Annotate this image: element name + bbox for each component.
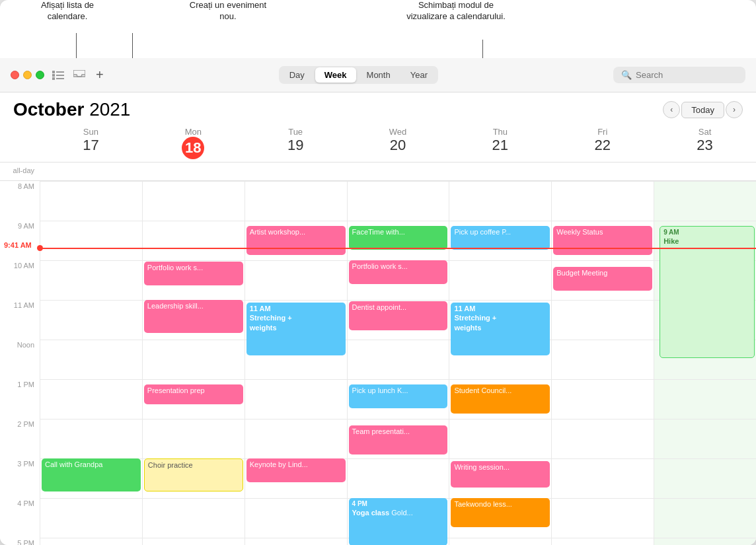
day-col-wed: FaceTime with... Portfolio work s... Den… — [347, 181, 449, 545]
event-stretching-thu[interactable]: 11 AM Stretching +weights — [451, 303, 550, 355]
calendar-main: October 2021 ‹ Today › Sun 17 Mon 18 Tue… — [0, 92, 756, 545]
annotation-area: Afișați lista de calendare. Creați un ev… — [0, 0, 756, 58]
event-artist-workshop[interactable]: Artist workshop... — [246, 226, 346, 255]
label-10am: 10 AM — [0, 260, 40, 300]
svg-rect-0 — [52, 71, 55, 73]
event-pickup-lunch[interactable]: Pick up lunch K... — [349, 384, 448, 408]
allday-row: all-day — [0, 163, 756, 181]
event-writing-session[interactable]: Writing session... — [451, 461, 550, 488]
search-input[interactable] — [636, 70, 737, 80]
allday-sun — [40, 163, 142, 180]
event-dentist[interactable]: Dentist appoint... — [349, 301, 448, 330]
event-leadership[interactable]: Leadership skill... — [144, 300, 243, 333]
day-header-mon: Mon 18 — [142, 124, 245, 162]
day-header-sat: Sat 23 — [654, 124, 756, 162]
day-col-sat: 9 AM Hike 7 PM — [654, 181, 756, 545]
label-9am: 9 AM — [0, 221, 40, 260]
allday-label: all-day — [0, 163, 40, 180]
day-col-mon: Portfolio work s... Leadership skill... … — [142, 181, 245, 545]
event-portfolio-wed[interactable]: Portfolio work s... — [349, 260, 448, 284]
label-noon: Noon — [0, 340, 40, 379]
tooltip-line-2 — [132, 33, 133, 58]
day-headers: Sun 17 Mon 18 Tue 19 Wed 20 Thu 21 Fri 2… — [0, 124, 756, 163]
event-presentation-prep[interactable]: Presentation prep — [144, 384, 243, 404]
traffic-lights — [11, 71, 44, 79]
maximize-button[interactable] — [36, 71, 44, 79]
week-view-button[interactable]: Week — [315, 67, 356, 83]
today-button[interactable]: Today — [681, 102, 724, 118]
day-col-tue: Artist workshop... 11 AM Stretching +wei… — [245, 181, 347, 545]
search-box[interactable]: 🔍 — [613, 67, 745, 83]
calendar-title: October 2021 — [13, 99, 130, 120]
prev-button[interactable]: ‹ — [663, 101, 680, 118]
day-col-fri: Weekly Status Budget Meeting 7 PM — [551, 181, 654, 545]
allday-thu — [449, 163, 551, 180]
tooltip-calendars: Afișați lista de calendare. — [28, 0, 107, 22]
svg-rect-2 — [52, 77, 55, 80]
event-hike[interactable]: 9 AM Hike — [660, 226, 755, 358]
calendar-window: Afișați lista de calendare. Creați un ev… — [0, 0, 756, 545]
tooltip-view-mode: Schimbați modul de vizualizare a calenda… — [403, 0, 509, 22]
event-portfolio-mon[interactable]: Portfolio work s... — [144, 262, 243, 285]
event-team-presentation[interactable]: Team presentati... — [349, 425, 448, 454]
event-taekwondo[interactable]: Taekwondo less... — [451, 498, 550, 527]
event-facetime[interactable]: FaceTime with... — [349, 226, 448, 250]
day-header-thu: Thu 21 — [449, 124, 551, 162]
day-col-sun: Call with Grandpa — [40, 181, 142, 545]
day-header-tue: Tue 19 — [245, 124, 347, 162]
time-grid-inner: 8 AM 9 AM 10 AM 11 AM Noon 1 PM 2 PM 3 P… — [0, 181, 756, 545]
search-icon: 🔍 — [621, 70, 632, 80]
event-student-council[interactable]: Student Council... — [451, 384, 550, 414]
event-budget-meeting[interactable]: Budget Meeting — [553, 267, 652, 291]
event-stretching-tue[interactable]: 11 AM Stretching +weights — [246, 303, 346, 355]
label-4pm: 4 PM — [0, 498, 40, 538]
calendar-nav: ‹ Today › — [663, 101, 743, 118]
label-8am: 8 AM — [0, 181, 40, 221]
day-header-sun: Sun 17 — [40, 124, 142, 162]
label-1pm: 1 PM — [0, 379, 40, 419]
allday-sat — [654, 163, 756, 180]
svg-rect-4 — [56, 75, 64, 76]
inbox-icon[interactable] — [72, 69, 87, 81]
event-yoga[interactable]: 4 PM Yoga class Gold... — [349, 498, 448, 545]
allday-tue — [245, 163, 347, 180]
month-view-button[interactable]: Month — [358, 67, 400, 83]
day-col-thu: Pick up coffee P... 11 AM Stretching +we… — [449, 181, 551, 545]
svg-rect-1 — [52, 74, 55, 77]
label-2pm: 2 PM — [0, 419, 40, 458]
tooltip-line-3 — [482, 40, 483, 58]
event-call-grandpa[interactable]: Call with Grandpa — [42, 458, 141, 491]
svg-rect-5 — [56, 78, 64, 79]
event-weekly-status[interactable]: Weekly Status — [553, 226, 652, 255]
allday-wed — [347, 163, 449, 180]
time-labels: 8 AM 9 AM 10 AM 11 AM Noon 1 PM 2 PM 3 P… — [0, 181, 40, 545]
tooltip-new-event: Creați un eveniment nou. — [185, 0, 271, 22]
calendar-header: October 2021 ‹ Today › — [0, 92, 756, 124]
event-keynote[interactable]: Keynote by Lind... — [246, 458, 346, 482]
day-header-wed: Wed 20 — [347, 124, 449, 162]
day-view-button[interactable]: Day — [280, 67, 314, 83]
svg-rect-3 — [56, 71, 64, 73]
minimize-button[interactable] — [23, 71, 32, 79]
svg-rect-6 — [73, 70, 85, 77]
day-header-fri: Fri 22 — [551, 124, 654, 162]
add-event-button[interactable]: + — [96, 67, 104, 83]
label-11am: 11 AM — [0, 300, 40, 340]
year-view-button[interactable]: Year — [401, 67, 437, 83]
toolbar: + Day Week Month Year 🔍 — [0, 58, 756, 92]
next-button[interactable]: › — [726, 101, 743, 118]
tooltip-line-1 — [76, 33, 77, 58]
time-grid: 8 AM 9 AM 10 AM 11 AM Noon 1 PM 2 PM 3 P… — [0, 181, 756, 545]
event-choir[interactable]: Choir practice — [144, 458, 243, 491]
view-switcher: Day Week Month Year — [279, 66, 438, 84]
close-button[interactable] — [11, 71, 19, 79]
allday-mon — [142, 163, 245, 180]
event-pickup-coffee[interactable]: Pick up coffee P... — [451, 226, 550, 250]
allday-fri — [551, 163, 654, 180]
label-5pm: 5 PM — [0, 538, 40, 545]
label-3pm: 3 PM — [0, 458, 40, 498]
calendar-list-icon[interactable] — [51, 69, 65, 81]
